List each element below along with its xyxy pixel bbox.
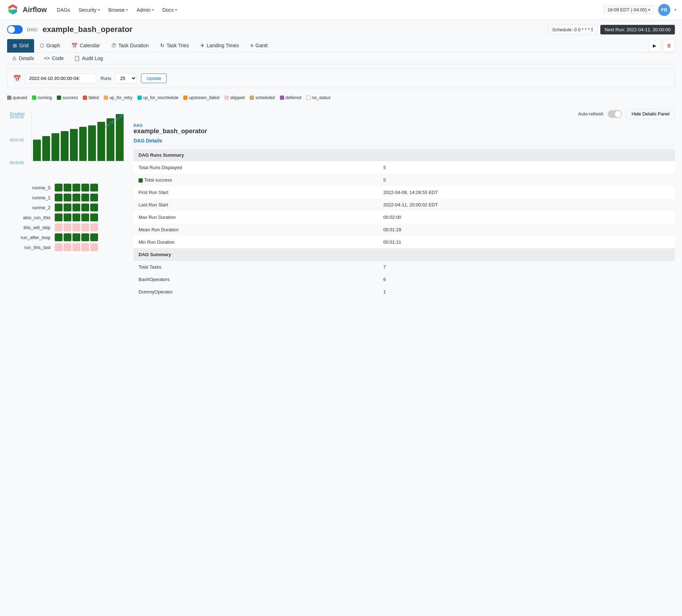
avatar-chevron-icon[interactable]: ▾ [675,8,676,12]
cell-runme0-1[interactable] [55,184,63,191]
nav-admin[interactable]: Admin ▾ [132,0,158,20]
grid-cells-runme1 [55,194,98,201]
bar-6[interactable] [79,127,87,161]
bar-1[interactable] [33,140,41,161]
cell-runme2-3[interactable] [72,204,80,211]
cell-runme2-5[interactable] [90,204,98,211]
cell-willskip-3[interactable] [72,223,80,231]
table-row-mean-duration: Mean Run Duration 00:01:29 [134,223,675,236]
dag-runs-summary-header: DAG Runs Summary [134,149,675,161]
cell-afterloop-2[interactable] [64,233,71,241]
cell-runme1-2[interactable] [64,194,71,201]
tab-code[interactable]: <> Code [39,53,69,64]
tab-landing-times[interactable]: ✈ Landing Times [195,39,245,53]
cell-alsorun-3[interactable] [72,214,80,221]
cell-runme2-4[interactable] [81,204,89,211]
cell-afterloop-3[interactable] [72,233,80,241]
dag-toggle[interactable] [7,25,23,34]
cell-thislast-2[interactable] [64,243,71,251]
nav-security[interactable]: Security ▾ [74,0,104,20]
cell-thislast-4[interactable] [81,243,89,251]
cell-willskip-5[interactable] [90,223,98,231]
task-label-this-will-skip[interactable]: this_will_skip [7,225,53,230]
cell-willskip-1[interactable] [55,223,63,231]
brand[interactable]: Airflow [6,3,47,17]
tab-gantt[interactable]: ≡ Gantt [245,39,273,53]
cell-runme2-2[interactable] [64,204,71,211]
nav-docs[interactable]: Docs ▾ [158,0,181,20]
tab-graph[interactable]: ⬡ Graph [34,39,66,53]
cell-thislast-3[interactable] [72,243,80,251]
bar-4[interactable] [61,131,69,161]
cell-alsorun-2[interactable] [64,214,71,221]
tab-calendar[interactable]: 📅 Calendar [66,39,105,53]
legend-skipped: skipped [224,95,245,100]
tab-task-duration[interactable]: ⏱ Task Duration [105,39,155,53]
total-tasks-value: 7 [378,261,675,273]
cell-alsorun-1[interactable] [55,214,63,221]
dag-label: DAG: [27,27,38,32]
dag-summary-header: DAG Summary [134,248,675,261]
cell-willskip-4[interactable] [81,223,89,231]
task-label-also-run-this[interactable]: also_run_this [7,215,53,220]
cell-runme0-3[interactable] [72,184,80,191]
dag-runs-summary-label: DAG Runs Summary [134,149,675,161]
navbar-nav: DAGs Security ▾ Browse ▾ Admin ▾ Docs ▾ [53,0,603,20]
task-label-runme2[interactable]: runme_2 [7,205,53,210]
cell-runme0-4[interactable] [81,184,89,191]
chart-area: Duration 00:02:00 00:01:00 00:00:00 Apr … [7,109,128,178]
bar-5[interactable] [70,129,78,161]
auto-refresh-toggle[interactable] [608,110,622,118]
hide-details-panel-button[interactable]: Hide Details Panel [626,109,675,119]
task-label-runme0[interactable]: runme_0 [7,185,53,190]
tab-audit-log[interactable]: 📋 Audit Log [69,53,108,64]
cell-alsorun-4[interactable] [81,214,89,221]
date-input[interactable] [25,74,96,83]
table-row-dummy-operator: DummyOperator 1 [134,286,675,298]
task-label-runme1[interactable]: runme_1 [7,195,53,200]
cell-runme2-1[interactable] [55,204,63,211]
cell-runme0-2[interactable] [64,184,71,191]
grid-icon: ⊞ [13,43,17,48]
bar-8[interactable] [97,122,105,161]
update-button[interactable]: Update [141,74,167,83]
runs-select[interactable]: 25 50 100 [115,73,137,83]
cell-afterloop-4[interactable] [81,233,89,241]
nav-browse[interactable]: Browse ▾ [104,0,132,20]
cell-runme1-1[interactable] [55,194,63,201]
cell-runme1-4[interactable] [81,194,89,201]
bar-3[interactable] [52,133,59,161]
cell-afterloop-5[interactable] [90,233,98,241]
skipped-dot [224,96,229,100]
tab-details[interactable]: ⚠ Details [7,53,39,64]
bar-7[interactable] [88,125,96,161]
task-label-run-after-loop[interactable]: run_after_loop [7,235,53,240]
mean-duration-value: 00:01:29 [378,223,675,236]
cell-thislast-1[interactable] [55,243,63,251]
calendar-filter-icon: 📅 [13,75,21,82]
cell-alsorun-5[interactable] [90,214,98,221]
legend-success: success [57,95,78,100]
tab-grid[interactable]: ⊞ Grid [7,39,34,53]
avatar[interactable]: FB [658,4,670,16]
run-dag-button[interactable]: ▶ [649,40,661,52]
cell-thislast-5[interactable] [90,243,98,251]
cell-runme0-5[interactable] [90,184,98,191]
cell-runme1-5[interactable] [90,194,98,201]
nav-dags[interactable]: DAGs [53,0,74,20]
total-tasks-label: Total Tasks [134,261,378,273]
max-duration-value: 00:02:00 [378,211,675,223]
cell-runme1-3[interactable] [72,194,80,201]
bar-2[interactable] [42,136,50,161]
cell-afterloop-1[interactable] [55,233,63,241]
delete-dag-button[interactable]: 🗑 [663,40,675,52]
dag-name: example_bash_operator [43,25,132,34]
grid-cells-runme0 [55,184,98,191]
info-icon[interactable]: ℹ [591,27,593,32]
dag-meta-right: Schedule: 0 0 * * * ℹ Next Run: 2022-04-… [548,24,675,35]
mean-duration-label: Mean Run Duration [134,223,378,236]
cell-willskip-2[interactable] [64,223,71,231]
task-label-run-this-last[interactable]: run_this_last [7,245,53,250]
tab-task-tries[interactable]: ↻ Task Tries [155,39,195,53]
time-display[interactable]: 18:09 EDT (-04:00) ▾ [603,5,654,14]
